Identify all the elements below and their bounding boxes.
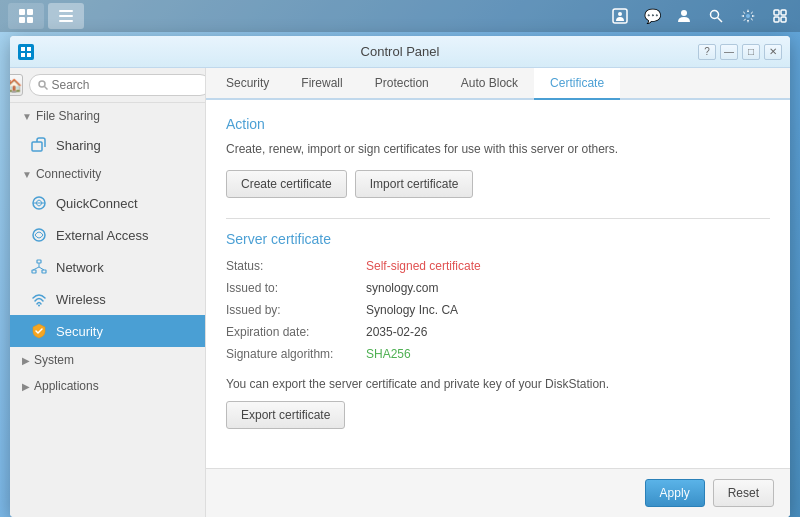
main-content: Security Firewall Protection Auto Block … (206, 68, 790, 517)
svg-rect-23 (32, 142, 42, 151)
create-certificate-button[interactable]: Create certificate (226, 170, 347, 198)
taskbar-user-icon[interactable] (608, 4, 632, 28)
issued-to-label: Issued to: (226, 281, 366, 295)
network-icon (30, 258, 48, 276)
sidebar-section-applications[interactable]: ▶ Applications (10, 373, 205, 399)
signature-value: SHA256 (366, 347, 411, 361)
taskbar-search-icon[interactable] (704, 4, 728, 28)
tab-firewall[interactable]: Firewall (285, 68, 358, 100)
cert-table: Status: Self-signed certificate Issued t… (226, 255, 770, 365)
sidebar: 🏠 ▼ File Sharing (10, 68, 206, 517)
svg-rect-17 (21, 47, 25, 51)
svg-rect-5 (59, 15, 73, 17)
cert-row-status: Status: Self-signed certificate (226, 255, 770, 277)
security-icon (30, 322, 48, 340)
content-area: Action Create, renew, import or sign cer… (206, 100, 790, 468)
svg-rect-2 (19, 17, 25, 23)
export-certificate-button[interactable]: Export certificate (226, 401, 345, 429)
action-desc: Create, renew, import or sign certificat… (226, 140, 770, 158)
connectivity-label: Connectivity (36, 167, 101, 181)
tabs-bar: Security Firewall Protection Auto Block … (206, 68, 790, 100)
file-sharing-arrow: ▼ (22, 111, 32, 122)
svg-line-22 (44, 87, 47, 90)
taskbar-grid-icon[interactable] (768, 4, 792, 28)
taskbar-settings-icon[interactable] (736, 4, 760, 28)
wireless-icon (30, 290, 48, 308)
server-certificate-section: Server certificate Status: Self-signed c… (226, 231, 770, 429)
connectivity-arrow: ▼ (22, 169, 32, 180)
taskbar-app-grid[interactable] (8, 3, 44, 29)
svg-rect-3 (27, 17, 33, 23)
sidebar-home-section: 🏠 (10, 68, 205, 103)
window-close-button[interactable]: ✕ (764, 44, 782, 60)
svg-rect-1 (27, 9, 33, 15)
sidebar-section-connectivity[interactable]: ▼ Connectivity (10, 161, 205, 187)
signature-label: Signature algorithm: (226, 347, 366, 361)
sidebar-item-sharing[interactable]: Sharing (10, 129, 205, 161)
svg-point-8 (618, 12, 622, 16)
taskbar-person-icon[interactable] (672, 4, 696, 28)
window-minimize-button[interactable]: — (720, 44, 738, 60)
divider (226, 218, 770, 219)
apply-button[interactable]: Apply (645, 479, 705, 507)
sidebar-item-quickconnect[interactable]: QuickConnect (10, 187, 205, 219)
server-cert-title: Server certificate (226, 231, 770, 247)
sidebar-item-security[interactable]: Security (10, 315, 205, 347)
window-title: Control Panel (361, 44, 440, 59)
search-icon (38, 80, 48, 90)
taskbar-right-icons: 💬 (608, 4, 792, 28)
expiration-label: Expiration date: (226, 325, 366, 339)
sidebar-section-system[interactable]: ▶ System (10, 347, 205, 373)
svg-point-26 (33, 229, 45, 241)
tab-auto-block[interactable]: Auto Block (445, 68, 534, 100)
taskbar-app-panel[interactable] (48, 3, 84, 29)
sidebar-section-file-sharing[interactable]: ▼ File Sharing (10, 103, 205, 129)
svg-line-32 (39, 267, 44, 270)
action-title: Action (226, 116, 770, 132)
tab-certificate[interactable]: Certificate (534, 68, 620, 100)
action-buttons: Create certificate Import certificate (226, 170, 770, 198)
sidebar-security-label: Security (56, 324, 103, 339)
sidebar-item-wireless[interactable]: Wireless (10, 283, 205, 315)
svg-rect-16 (781, 17, 786, 22)
synology-icon (18, 44, 34, 60)
sidebar-external-access-label: External Access (56, 228, 149, 243)
svg-rect-18 (27, 47, 31, 51)
svg-rect-4 (59, 10, 73, 12)
svg-rect-29 (42, 270, 46, 273)
sidebar-item-external-access[interactable]: External Access (10, 219, 205, 251)
taskbar-chat-icon[interactable]: 💬 (640, 4, 664, 28)
tab-security[interactable]: Security (210, 68, 285, 100)
svg-rect-14 (781, 10, 786, 15)
svg-rect-19 (21, 53, 25, 57)
bottom-bar: Apply Reset (206, 468, 790, 517)
sidebar-quickconnect-label: QuickConnect (56, 196, 138, 211)
sidebar-network-label: Network (56, 260, 104, 275)
window-maximize-button[interactable]: □ (742, 44, 760, 60)
svg-point-33 (38, 305, 40, 307)
window-titlebar: Control Panel ? — □ ✕ (10, 36, 790, 68)
svg-rect-15 (774, 17, 779, 22)
import-certificate-button[interactable]: Import certificate (355, 170, 474, 198)
applications-arrow: ▶ (22, 381, 30, 392)
svg-line-11 (718, 18, 723, 23)
sidebar-item-network[interactable]: Network (10, 251, 205, 283)
cert-row-expiration: Expiration date: 2035-02-26 (226, 321, 770, 343)
cert-row-issued-to: Issued to: synology.com (226, 277, 770, 299)
svg-point-9 (681, 10, 687, 16)
search-input[interactable] (52, 78, 202, 92)
svg-rect-13 (774, 10, 779, 15)
svg-point-12 (746, 14, 750, 18)
window-logo (18, 44, 34, 60)
expiration-value: 2035-02-26 (366, 325, 427, 339)
sharing-icon (30, 136, 48, 154)
issued-by-value: Synology Inc. CA (366, 303, 458, 317)
home-button[interactable]: 🏠 (10, 74, 23, 96)
reset-button[interactable]: Reset (713, 479, 774, 507)
status-label: Status: (226, 259, 366, 273)
window-help-button[interactable]: ? (698, 44, 716, 60)
cert-row-issued-by: Issued by: Synology Inc. CA (226, 299, 770, 321)
tab-protection[interactable]: Protection (359, 68, 445, 100)
sidebar-sharing-label: Sharing (56, 138, 101, 153)
svg-point-21 (39, 81, 45, 87)
